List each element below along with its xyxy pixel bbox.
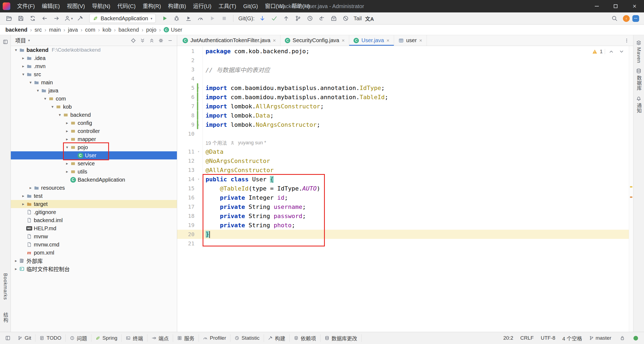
tree-item-User[interactable]: CUser: [11, 151, 177, 159]
close-icon[interactable]: [387, 38, 389, 43]
search-everywhere-button[interactable]: [609, 13, 620, 24]
stripe-数据库[interactable]: 数据库: [635, 68, 642, 91]
code-line-19[interactable]: 19 private String photo;: [177, 221, 633, 230]
code-line-18[interactable]: 18 private String password;: [177, 211, 633, 221]
statusbar-端点[interactable]: 端点: [147, 334, 173, 342]
tree-item-.gitignore[interactable]: .gitignore: [11, 208, 177, 216]
usages-hint[interactable]: 19 个用法: [206, 139, 227, 146]
code-line-10[interactable]: 10: [177, 129, 633, 138]
debug-button[interactable]: [171, 13, 182, 24]
git-branch-widget[interactable]: master: [589, 335, 611, 341]
tree-item-kob[interactable]: ▾kob: [11, 103, 177, 111]
menu-item[interactable]: 运行(U): [190, 0, 215, 12]
stripe-label-结构[interactable]: 结构: [2, 312, 9, 323]
tree-item-main[interactable]: ▾main: [11, 78, 177, 86]
forward-button[interactable]: [51, 13, 62, 24]
tree-item-pom.xml[interactable]: mpom.xml: [11, 249, 177, 257]
profiler-button[interactable]: [195, 13, 206, 24]
code-line-9[interactable]: 9▴import lombok.NoArgsConstructor;: [177, 120, 633, 129]
run-button[interactable]: [159, 13, 170, 24]
code-line-13[interactable]: 13@AllArgsConstructor: [177, 165, 633, 175]
menu-item[interactable]: 工具(T): [215, 0, 240, 12]
clear-button[interactable]: [340, 13, 351, 24]
code-line-7[interactable]: 7import lombok.AllArgsConstructor;: [177, 102, 633, 111]
hide-panel-button[interactable]: [166, 36, 174, 45]
menu-item[interactable]: 代码(C): [114, 0, 139, 12]
code-line-21[interactable]: 21: [177, 239, 633, 248]
open-button[interactable]: [3, 13, 15, 24]
lock-icon[interactable]: [618, 334, 626, 342]
breadcrumb-item[interactable]: com: [85, 27, 95, 33]
profile-button[interactable]: [63, 13, 74, 24]
tree-item-.idea[interactable]: ▸.idea: [11, 54, 177, 62]
inspections-widget[interactable]: 1: [592, 48, 626, 56]
chevron-right-icon[interactable]: ▸: [64, 129, 70, 133]
menu-item[interactable]: 构建(B): [164, 0, 190, 12]
toolwindow-switcher-icon[interactable]: [4, 334, 12, 342]
code-line-3[interactable]: 3// 与数据库中的表对应: [177, 65, 633, 74]
coverage-button[interactable]: [183, 13, 194, 24]
tab-user[interactable]: user: [394, 35, 427, 46]
menu-item[interactable]: 重构(R): [139, 0, 164, 12]
breadcrumb-item[interactable]: java: [68, 27, 78, 33]
error-stripe[interactable]: [629, 46, 633, 332]
git-branches-button[interactable]: [292, 13, 304, 24]
chevron-down-icon[interactable]: ▾: [49, 104, 55, 109]
menu-item[interactable]: 视图(V): [63, 0, 88, 12]
next-problem-button[interactable]: [617, 48, 626, 56]
tree-item-resources[interactable]: ▸resources: [11, 184, 177, 192]
close-button[interactable]: [625, 0, 644, 12]
chevron-down-icon[interactable]: ▾: [35, 88, 41, 93]
tab-JwtAuthenticationTokenFilter.java[interactable]: CJwtAuthenticationTokenFilter.java: [178, 35, 280, 46]
tree-item-backend[interactable]: ▾backend: [11, 111, 177, 119]
chevron-down-icon[interactable]: ▾: [20, 72, 26, 77]
breadcrumb-item[interactable]: backend: [118, 27, 139, 33]
tree-item-service[interactable]: ▸service: [11, 159, 177, 168]
chevron-right-icon[interactable]: ▸: [64, 121, 70, 125]
translate-icon[interactable]: 文A: [364, 13, 375, 24]
indent-style[interactable]: 4 个空格: [562, 335, 582, 342]
save-all-button[interactable]: [15, 13, 27, 24]
synchronize-button[interactable]: [27, 13, 38, 24]
code-line-5[interactable]: 5▾import com.baomidou.mybatisplus.annota…: [177, 83, 633, 92]
history-button[interactable]: [304, 13, 316, 24]
tab-User.java[interactable]: CUser.java: [349, 35, 394, 46]
statusbar-依赖项[interactable]: 依赖项: [290, 334, 321, 342]
expand-all-button[interactable]: [138, 36, 147, 45]
update-available-icon[interactable]: ↑: [623, 15, 630, 22]
tree-item-utils[interactable]: ▸utils: [11, 168, 177, 176]
encoding[interactable]: UTF-8: [541, 335, 555, 341]
build-button[interactable]: [75, 13, 86, 24]
chevron-down-icon[interactable]: ▾: [64, 145, 70, 150]
close-icon[interactable]: [342, 38, 345, 43]
statusbar-Statistic[interactable]: Statistic: [230, 334, 264, 342]
code-line-15[interactable]: 15 @TableId(type = IdType.AUTO): [177, 184, 633, 193]
statusbar-Spring[interactable]: Spring: [91, 334, 122, 342]
tree-item-HELP.md[interactable]: MDHELP.md: [11, 224, 177, 232]
tree-item-backend[interactable]: ▾backendF:\Code\kob\backend: [11, 46, 177, 54]
code-line-12[interactable]: 12@NoArgsConstructor: [177, 156, 633, 165]
statusbar-终端[interactable]: 终端: [122, 334, 147, 342]
tree-item-test[interactable]: ▸test: [11, 192, 177, 200]
menu-item[interactable]: 导航(N): [88, 0, 114, 12]
chevron-right-icon[interactable]: ▸: [20, 193, 26, 198]
code-line-2[interactable]: 2: [177, 56, 633, 65]
code-line-6[interactable]: 6import com.baomidou.mybatisplus.annotat…: [177, 92, 633, 102]
tree-item-外部库[interactable]: ▸外部库: [11, 257, 177, 265]
close-icon[interactable]: [419, 38, 422, 43]
tree-item-config[interactable]: ▸config: [11, 119, 177, 127]
code-line-16[interactable]: 16 private Integer id;: [177, 193, 633, 202]
tree-item-controller[interactable]: ▸controller: [11, 127, 177, 135]
tree-item-target[interactable]: ▸target: [11, 200, 177, 208]
author-hint[interactable]: yuyang sun *: [238, 140, 266, 146]
stripe-通知[interactable]: 通知: [635, 96, 642, 113]
statusbar-构建[interactable]: 构建: [264, 334, 290, 342]
statusbar-TODO[interactable]: TODO: [35, 334, 66, 342]
stripe-label-Bookmarks[interactable]: Bookmarks: [2, 273, 8, 300]
tab-SecurityConfig.java[interactable]: CSecurityConfig.java: [280, 35, 349, 46]
back-button[interactable]: [39, 13, 50, 24]
code-line-1[interactable]: 1package com.kob.backend.pojo;: [177, 46, 633, 56]
chevron-right-icon[interactable]: ▸: [28, 185, 34, 190]
close-icon[interactable]: [273, 38, 276, 43]
more-icon[interactable]: [620, 35, 633, 46]
